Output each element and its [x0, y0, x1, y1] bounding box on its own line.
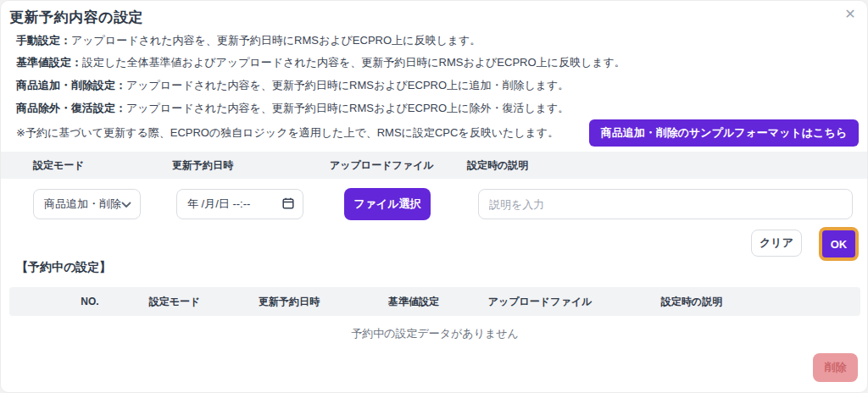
header-desc: 設定時の説明 [661, 287, 722, 316]
description-add-delete-label: 商品追加・削除設定： [16, 79, 126, 91]
header-baseline: 基準値設定 [388, 287, 439, 316]
description-add-delete-text: アップロードされた内容を、更新予約日時にRMSおよびECPRO上に追加・削除しま… [126, 79, 569, 91]
reserved-settings-title: 【予約中の設定】 [16, 260, 111, 275]
sample-format-button[interactable]: 商品追加・削除のサンプルフォーマットはこちら [589, 119, 859, 147]
description-baseline-text: 設定した全体基準値およびアップロードされた内容を、更新予約日時にRMSおよびEC… [82, 56, 626, 69]
description-manual-text: アップロードされた内容を、更新予約日時にRMSおよびECPRO上に反映します。 [71, 34, 481, 47]
form-labels-strip: 設定モード 更新予約日時 アップロードファイル 設定時の説明 [1, 152, 868, 179]
header-datetime: 更新予約日時 [259, 287, 320, 316]
mode-label: 設定モード [33, 152, 85, 179]
empty-state-message: 予約中の設定データがありません [1, 326, 868, 341]
ok-button[interactable]: OK [822, 230, 855, 257]
header-no: NO. [81, 287, 98, 316]
description-input[interactable] [478, 189, 853, 219]
modal-title: 更新予約内容の設定 [9, 8, 143, 27]
header-upload: アップロードファイル [488, 287, 593, 316]
description-baseline: 基準値設定：設定した全体基準値およびアップロードされた内容を、更新予約日時にRM… [16, 55, 626, 70]
update-reservation-settings-modal: 更新予約内容の設定 ✕ 手動設定：アップロードされた内容を、更新予約日時にRMS… [0, 0, 868, 393]
chevron-down-icon [121, 198, 131, 211]
mode-select[interactable]: 商品追加・削除 [33, 189, 141, 219]
description-exclude-restore: 商品除外・復活設定：アップロードされた内容を、更新予約日時にRMSおよびECPR… [16, 101, 569, 116]
description-label: 設定時の説明 [467, 152, 528, 179]
description-add-delete: 商品追加・削除設定：アップロードされた内容を、更新予約日時にRMSおよびECPR… [16, 78, 569, 93]
description-exclude-restore-text: アップロードされた内容を、更新予約日時にRMSおよびECPRO上に除外・復活しま… [126, 102, 569, 114]
description-manual-label: 手動設定： [16, 34, 71, 47]
calendar-icon[interactable] [282, 197, 294, 212]
description-exclude-restore-label: 商品除外・復活設定： [16, 102, 126, 114]
datetime-label: 更新予約日時 [172, 152, 233, 179]
mode-select-value: 商品追加・削除 [44, 196, 121, 212]
datetime-placeholder: 年 /月/日 --:-- [187, 196, 250, 212]
cpc-note: ※予約に基づいて更新する際、ECPROの独自ロジックを適用した上で、RMSに設定… [16, 125, 559, 141]
clear-button[interactable]: クリア [751, 230, 802, 257]
description-manual: 手動設定：アップロードされた内容を、更新予約日時にRMSおよびECPRO上に反映… [16, 33, 481, 48]
delete-button[interactable]: 削除 [813, 353, 858, 382]
reserved-table-header-row: NO. 設定モード 更新予約日時 基準値設定 アップロードファイル 設定時の説明 [9, 287, 860, 316]
datetime-input[interactable]: 年 /月/日 --:-- [176, 189, 303, 219]
upload-label: アップロードファイル [330, 152, 434, 179]
description-baseline-label: 基準値設定： [16, 56, 82, 69]
header-mode: 設定モード [149, 287, 201, 316]
close-icon[interactable]: ✕ [842, 6, 859, 23]
file-select-button[interactable]: ファイル選択 [344, 188, 431, 220]
